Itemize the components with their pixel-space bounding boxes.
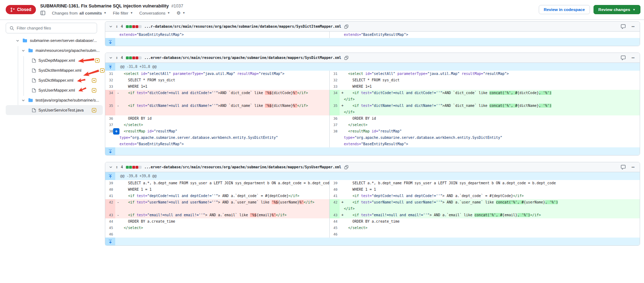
- line-number[interactable]: 37: [105, 122, 115, 128]
- comment-button[interactable]: [621, 24, 626, 29]
- collapse-diff-button[interactable]: [109, 25, 113, 28]
- drag-handle-icon[interactable]: ↕: [116, 165, 118, 169]
- line-number[interactable]: 42: [105, 199, 115, 212]
- tree-file-row[interactable]: SysDeptMapper.xml: [6, 55, 103, 65]
- comment-button[interactable]: [621, 55, 626, 60]
- addition-marker: +: [341, 90, 344, 96]
- line-number[interactable]: 45: [105, 225, 115, 231]
- code-cell: + <if test="dictCode!=null and dictCode!…: [340, 90, 640, 103]
- line-number[interactable]: 32: [330, 77, 340, 83]
- expand-hunk-button[interactable]: [105, 63, 115, 71]
- changes-from-dropdown[interactable]: Changes from all commits ▼: [52, 11, 106, 15]
- diff-file-header: ↕4...erver-database/src/main/resources/o…: [105, 162, 640, 172]
- collapse-diff-button[interactable]: [109, 56, 113, 60]
- line-number[interactable]: 36: [330, 115, 340, 122]
- diffstat-block: [135, 166, 138, 169]
- code-segment: </if>: [289, 194, 299, 198]
- tree-file-row[interactable]: SysDictItemMapper.xml: [6, 65, 103, 75]
- diff-body: @@ -31,8 +31,8 @@31 <select id="selectAl…: [105, 63, 640, 155]
- expand-hunk-button[interactable]: [105, 172, 115, 180]
- file-filter-input[interactable]: [17, 26, 88, 30]
- line-number[interactable]: 44: [330, 218, 340, 225]
- diff-context-r: 41 <if test="deptCode!=null and deptCode…: [330, 193, 640, 199]
- expand-down-button[interactable]: [105, 238, 115, 245]
- line-number[interactable]: [330, 32, 340, 38]
- line-number[interactable]: 40: [330, 186, 340, 193]
- kebab-menu-button[interactable]: ⋯: [632, 55, 635, 60]
- copy-path-button[interactable]: [344, 25, 348, 29]
- code-segment: SELECT a.*, b.dept_name FROM sys_user a …: [115, 181, 329, 185]
- line-number[interactable]: 41: [105, 193, 115, 199]
- tree-file-row[interactable]: SysDictMapper.xml: [6, 75, 103, 85]
- code-segment: </select>: [348, 123, 367, 127]
- line-number[interactable]: 31: [105, 71, 115, 77]
- tree-file-row[interactable]: SysUserMapper.xml: [6, 85, 103, 95]
- line-number[interactable]: 33: [105, 83, 115, 90]
- add-line-comment-button[interactable]: +: [113, 128, 119, 135]
- line-number[interactable]: 34: [105, 90, 115, 103]
- word-diff-segment: '%$: [265, 91, 271, 95]
- tree-folder-row[interactable]: main/resources/org/apache/subm...: [6, 45, 103, 55]
- line-number[interactable]: 35: [330, 103, 340, 115]
- kebab-menu-button[interactable]: ⋯: [632, 164, 635, 170]
- line-number[interactable]: 31: [330, 71, 340, 77]
- review-changes-button[interactable]: Review changes ▼: [594, 5, 640, 14]
- code-segment: WHERE 1=1: [340, 85, 372, 88]
- line-number[interactable]: 37: [330, 122, 340, 128]
- line-number[interactable]: [105, 32, 115, 38]
- line-number[interactable]: 41: [330, 193, 340, 199]
- review-in-codespace-button[interactable]: Review in codespace: [539, 5, 590, 14]
- kebab-menu-button[interactable]: ⋯: [632, 24, 635, 29]
- line-number[interactable]: 43: [105, 212, 115, 218]
- conversations-dropdown[interactable]: Conversations ▼: [139, 11, 170, 15]
- code-segment: test=: [137, 91, 147, 95]
- line-number[interactable]: 38: [330, 128, 340, 147]
- diff-addition-r: 43+ <if test="email!=null and email!=''"…: [330, 212, 640, 218]
- line-number[interactable]: 39: [105, 180, 115, 186]
- copy-path-button[interactable]: [344, 165, 348, 169]
- line-number[interactable]: 46: [105, 231, 115, 238]
- line-number[interactable]: 46: [330, 231, 340, 238]
- diffstat-block: [126, 56, 129, 59]
- line-number[interactable]: 39: [330, 180, 340, 186]
- folder-icon-wrap: [28, 48, 33, 53]
- folder-icon-wrap: [22, 38, 27, 43]
- line-number[interactable]: 32: [105, 77, 115, 83]
- line-number[interactable]: 42: [330, 199, 340, 212]
- line-number[interactable]: 44: [105, 218, 115, 225]
- expand-down-button[interactable]: [105, 38, 115, 46]
- tree-folder-row[interactable]: test/java/org/apache/submarine/s...: [6, 95, 103, 105]
- line-number[interactable]: 36: [105, 115, 115, 122]
- line-number[interactable]: 40: [105, 186, 115, 193]
- annotation-arrow: [75, 58, 95, 63]
- code-cell: <select id="selectAll" parameterType="ja…: [340, 71, 640, 77]
- line-number[interactable]: 35: [105, 103, 115, 115]
- code-segment: WHERE 1=1: [115, 85, 147, 88]
- drag-handle-icon[interactable]: ↕: [116, 55, 118, 60]
- collapse-diff-button[interactable]: [109, 165, 113, 169]
- file-filter-dropdown[interactable]: File filter ▼: [113, 11, 133, 15]
- code-segment: type=: [344, 136, 355, 140]
- line-number[interactable]: 45: [330, 225, 340, 231]
- file-path: ...erver-database/src/main/resources/org…: [144, 165, 341, 169]
- line-number[interactable]: 38+: [105, 128, 115, 147]
- copy-path-button[interactable]: [344, 56, 348, 60]
- sidebar-toggle-button[interactable]: [40, 10, 46, 16]
- line-number[interactable]: 43: [330, 212, 340, 218]
- line-number[interactable]: 34: [330, 90, 340, 103]
- expand-down-button[interactable]: [105, 147, 115, 155]
- chevron-down-icon: [109, 56, 113, 60]
- code-cell: SELECT a.*, b.dept_name FROM sys_user a …: [340, 180, 640, 186]
- diff-row: 44 ORDER BY a.create_time44 ORDER BY a.c…: [105, 218, 640, 225]
- drag-handle-icon[interactable]: ↕: [116, 24, 118, 29]
- code-cell: - <if test="dictName!=null and dictName!…: [115, 103, 329, 115]
- code-segment: [115, 33, 119, 37]
- diff-settings-dropdown[interactable]: ⚙ ▼: [176, 10, 185, 16]
- tree-folder-row[interactable]: submarine-server/server-database/...: [6, 36, 103, 45]
- comment-button[interactable]: [621, 165, 626, 170]
- code-segment: parameterType=: [173, 72, 203, 76]
- code-cell: WHERE 1=1: [115, 83, 329, 90]
- line-number[interactable]: 33: [330, 83, 340, 90]
- code-segment: id=: [141, 72, 147, 76]
- tree-file-row[interactable]: SysUserServiceTest.java: [6, 105, 103, 115]
